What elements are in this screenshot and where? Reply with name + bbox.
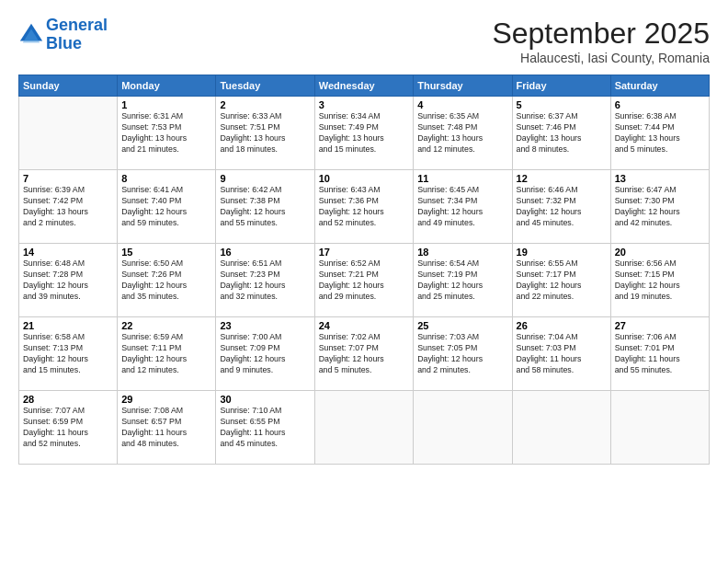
table-row [512,391,610,465]
day-number: 25 [417,320,507,331]
table-row: 1Sunrise: 6:31 AMSunset: 7:53 PMDaylight… [118,97,216,170]
table-row: 22Sunrise: 6:59 AMSunset: 7:11 PMDayligh… [118,317,216,391]
header-friday: Friday [512,75,610,97]
header-saturday: Saturday [610,75,709,97]
day-info: Sunrise: 6:33 AMSunset: 7:51 PMDaylight:… [220,111,310,155]
day-number: 10 [319,173,409,184]
day-info: Sunrise: 7:07 AMSunset: 6:59 PMDaylight:… [23,406,113,450]
header-monday: Monday [118,75,216,97]
day-number: 8 [121,173,211,184]
day-number: 17 [319,247,409,258]
day-info: Sunrise: 7:03 AMSunset: 7:05 PMDaylight:… [417,332,507,376]
table-row: 3Sunrise: 6:34 AMSunset: 7:49 PMDaylight… [314,97,413,170]
table-row [610,391,709,465]
day-info: Sunrise: 6:59 AMSunset: 7:11 PMDaylight:… [121,332,211,376]
calendar-week-2: 14Sunrise: 6:48 AMSunset: 7:28 PMDayligh… [19,244,710,317]
day-number: 12 [517,173,607,184]
table-row: 25Sunrise: 7:03 AMSunset: 7:05 PMDayligh… [414,317,512,391]
day-info: Sunrise: 6:38 AMSunset: 7:44 PMDaylight:… [615,111,705,155]
table-row: 24Sunrise: 7:02 AMSunset: 7:07 PMDayligh… [314,317,413,391]
calendar-week-1: 7Sunrise: 6:39 AMSunset: 7:42 PMDaylight… [19,170,710,244]
day-number: 6 [615,99,705,110]
table-row: 5Sunrise: 6:37 AMSunset: 7:46 PMDaylight… [512,97,610,170]
day-number: 3 [319,99,409,110]
header-tuesday: Tuesday [216,75,314,97]
location-title: Halaucesti, Iasi County, Romania [492,51,710,65]
table-row: 20Sunrise: 6:56 AMSunset: 7:15 PMDayligh… [610,244,709,317]
logo: General Blue [18,17,108,53]
day-number: 15 [121,247,211,258]
day-info: Sunrise: 6:58 AMSunset: 7:13 PMDaylight:… [23,332,113,376]
day-info: Sunrise: 6:45 AMSunset: 7:34 PMDaylight:… [417,185,507,229]
header-wednesday: Wednesday [314,75,413,97]
day-number: 20 [615,247,705,258]
day-info: Sunrise: 7:06 AMSunset: 7:01 PMDaylight:… [615,332,705,376]
table-row [314,391,413,465]
day-number: 1 [121,99,211,110]
header-sunday: Sunday [19,75,118,97]
table-row: 14Sunrise: 6:48 AMSunset: 7:28 PMDayligh… [19,244,118,317]
table-row: 30Sunrise: 7:10 AMSunset: 6:55 PMDayligh… [216,391,314,465]
logo-line1: General [46,16,108,34]
day-info: Sunrise: 7:02 AMSunset: 7:07 PMDaylight:… [319,332,409,376]
calendar-table: Sunday Monday Tuesday Wednesday Thursday… [18,75,710,465]
day-info: Sunrise: 7:10 AMSunset: 6:55 PMDaylight:… [220,406,310,450]
logo-line2: Blue [46,34,82,52]
day-number: 21 [23,320,113,331]
table-row: 6Sunrise: 6:38 AMSunset: 7:44 PMDaylight… [610,97,709,170]
day-info: Sunrise: 6:37 AMSunset: 7:46 PMDaylight:… [517,111,607,155]
day-number: 7 [23,173,113,184]
day-info: Sunrise: 6:51 AMSunset: 7:23 PMDaylight:… [220,259,310,303]
day-info: Sunrise: 6:50 AMSunset: 7:26 PMDaylight:… [121,259,211,303]
day-info: Sunrise: 6:52 AMSunset: 7:21 PMDaylight:… [319,259,409,303]
day-number: 28 [23,394,113,405]
table-row: 16Sunrise: 6:51 AMSunset: 7:23 PMDayligh… [216,244,314,317]
day-info: Sunrise: 6:56 AMSunset: 7:15 PMDaylight:… [615,259,705,303]
logo-text: General Blue [46,17,108,53]
table-row: 28Sunrise: 7:07 AMSunset: 6:59 PMDayligh… [19,391,118,465]
table-row: 29Sunrise: 7:08 AMSunset: 6:57 PMDayligh… [118,391,216,465]
table-row: 17Sunrise: 6:52 AMSunset: 7:21 PMDayligh… [314,244,413,317]
header: General Blue September 2025 Halaucesti, … [18,17,710,65]
table-row: 13Sunrise: 6:47 AMSunset: 7:30 PMDayligh… [610,170,709,244]
table-row [414,391,512,465]
day-number: 4 [417,99,507,110]
day-number: 5 [517,99,607,110]
day-info: Sunrise: 7:00 AMSunset: 7:09 PMDaylight:… [220,332,310,376]
day-number: 24 [319,320,409,331]
day-number: 9 [220,173,310,184]
table-row: 26Sunrise: 7:04 AMSunset: 7:03 PMDayligh… [512,317,610,391]
table-row: 21Sunrise: 6:58 AMSunset: 7:13 PMDayligh… [19,317,118,391]
table-row: 23Sunrise: 7:00 AMSunset: 7:09 PMDayligh… [216,317,314,391]
day-number: 29 [121,394,211,405]
calendar-week-3: 21Sunrise: 6:58 AMSunset: 7:13 PMDayligh… [19,317,710,391]
table-row: 9Sunrise: 6:42 AMSunset: 7:38 PMDaylight… [216,170,314,244]
day-number: 2 [220,99,310,110]
day-number: 22 [121,320,211,331]
header-thursday: Thursday [414,75,512,97]
table-row: 15Sunrise: 6:50 AMSunset: 7:26 PMDayligh… [118,244,216,317]
day-info: Sunrise: 6:48 AMSunset: 7:28 PMDaylight:… [23,259,113,303]
day-number: 18 [417,247,507,258]
day-info: Sunrise: 7:04 AMSunset: 7:03 PMDaylight:… [517,332,607,376]
calendar-week-4: 28Sunrise: 7:07 AMSunset: 6:59 PMDayligh… [19,391,710,465]
table-row: 11Sunrise: 6:45 AMSunset: 7:34 PMDayligh… [414,170,512,244]
day-info: Sunrise: 6:43 AMSunset: 7:36 PMDaylight:… [319,185,409,229]
day-info: Sunrise: 6:31 AMSunset: 7:53 PMDaylight:… [121,111,211,155]
day-number: 14 [23,247,113,258]
table-row: 19Sunrise: 6:55 AMSunset: 7:17 PMDayligh… [512,244,610,317]
day-number: 13 [615,173,705,184]
day-info: Sunrise: 6:34 AMSunset: 7:49 PMDaylight:… [319,111,409,155]
day-info: Sunrise: 6:35 AMSunset: 7:48 PMDaylight:… [417,111,507,155]
table-row: 2Sunrise: 6:33 AMSunset: 7:51 PMDaylight… [216,97,314,170]
month-title: September 2025 [492,17,710,51]
day-info: Sunrise: 6:55 AMSunset: 7:17 PMDaylight:… [517,259,607,303]
day-number: 11 [417,173,507,184]
calendar-week-0: 1Sunrise: 6:31 AMSunset: 7:53 PMDaylight… [19,97,710,170]
day-number: 27 [615,320,705,331]
table-row: 10Sunrise: 6:43 AMSunset: 7:36 PMDayligh… [314,170,413,244]
table-row: 27Sunrise: 7:06 AMSunset: 7:01 PMDayligh… [610,317,709,391]
day-info: Sunrise: 6:39 AMSunset: 7:42 PMDaylight:… [23,185,113,229]
table-row: 12Sunrise: 6:46 AMSunset: 7:32 PMDayligh… [512,170,610,244]
day-number: 30 [220,394,310,405]
